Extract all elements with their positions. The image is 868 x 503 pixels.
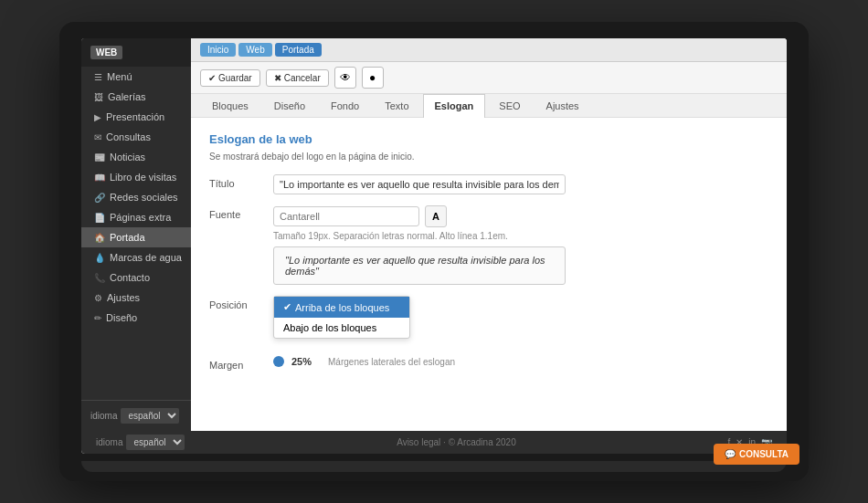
- section-title: Eslogan de la web: [209, 132, 768, 146]
- check-icon: ✔: [283, 301, 291, 313]
- breadcrumb: Inicio Web Portada: [200, 43, 322, 57]
- sidebar-icon-presentacion: ▶: [94, 112, 101, 122]
- sidebar-item-libro-visitas[interactable]: 📖 Libro de visitas: [81, 167, 191, 187]
- breadcrumb-inicio[interactable]: Inicio: [200, 43, 236, 57]
- sidebar-item-marcas-agua[interactable]: 💧 Marcas de agua: [81, 247, 191, 267]
- sidebar-item-consultas[interactable]: ✉ Consultas: [81, 127, 191, 147]
- sidebar-label-noticias: Noticias: [110, 152, 145, 162]
- sidebar-label-portada: Portada: [110, 232, 145, 243]
- sidebar-label-contacto: Contacto: [110, 272, 150, 283]
- posicion-field: ✔ Arriba de los bloques Abajo de los blo…: [273, 296, 768, 309]
- posicion-option-abajo[interactable]: Abajo de los bloques: [274, 318, 409, 338]
- sidebar-icon-ajustes: ⚙: [94, 293, 102, 303]
- sidebar: WEB ☰ Menú🖼 Galerías▶ Presentación✉ Cons…: [81, 38, 191, 431]
- margen-row: Margen 25% Márgenes laterales del esloga…: [209, 356, 768, 371]
- sidebar-label-presentacion: Presentación: [106, 111, 164, 122]
- footer-left: idioma español: [96, 435, 185, 450]
- sidebar-item-paginas-extra[interactable]: 📄 Páginas extra: [81, 207, 191, 227]
- font-input[interactable]: [273, 206, 419, 226]
- sidebar-label-libro-visitas: Libro de visitas: [110, 172, 176, 183]
- titulo-label: Título: [209, 174, 273, 189]
- sidebar-item-noticias[interactable]: 📰 Noticias: [81, 147, 191, 167]
- sidebar-icon-noticias: 📰: [94, 152, 105, 162]
- sidebar-icon-paginas-extra: 📄: [94, 213, 105, 223]
- tab-diseño[interactable]: Diseño: [262, 94, 317, 117]
- fuente-row: Fuente A Tamaño 19px. Separación letras …: [209, 205, 768, 285]
- sidebar-item-menu[interactable]: ☰ Menú: [81, 67, 191, 87]
- section-desc: Se mostrará debajo del logo en la página…: [209, 152, 768, 162]
- range-indicator: [273, 356, 284, 367]
- sidebar-item-portada[interactable]: 🏠 Portada: [81, 227, 191, 247]
- fuente-field: A Tamaño 19px. Separación letras normal.…: [273, 205, 768, 285]
- sidebar-lang-label: idioma: [90, 411, 117, 421]
- posicion-label: Posición: [209, 296, 273, 310]
- footer-legal: Aviso legal · © Arcadina 2020: [397, 437, 516, 447]
- footer-lang-label: idioma: [96, 437, 122, 447]
- footer-lang-select[interactable]: español: [126, 435, 185, 450]
- sidebar-label-diseno: Diseño: [106, 312, 137, 323]
- sidebar-item-presentacion[interactable]: ▶ Presentación: [81, 107, 191, 127]
- sidebar-icon-redes-sociales: 🔗: [94, 193, 105, 203]
- sidebar-label-redes-sociales: Redes sociales: [110, 192, 178, 203]
- tab-fondo[interactable]: Fondo: [319, 94, 371, 117]
- toolbar: ✔ Guardar ✖ Cancelar 👁 ●: [191, 62, 787, 94]
- sidebar-footer: idioma español: [81, 400, 191, 431]
- breadcrumb-web[interactable]: Web: [238, 43, 271, 57]
- chat-icon: 💬: [725, 449, 736, 459]
- tab-seo[interactable]: SEO: [487, 94, 532, 117]
- sidebar-logo: WEB: [90, 46, 122, 59]
- margen-hint: Márgenes laterales del eslogan: [328, 357, 455, 367]
- sidebar-icon-marcas-agua: 💧: [94, 253, 105, 263]
- sidebar-header: WEB: [81, 38, 191, 67]
- tab-eslogan[interactable]: Eslogan: [423, 94, 486, 118]
- sidebar-icon-menu: ☰: [94, 72, 102, 82]
- sidebar-label-menu: Menú: [107, 71, 132, 82]
- cancel-icon: ✖: [274, 73, 281, 83]
- sidebar-lang-select[interactable]: español: [121, 408, 179, 424]
- circle-icon-button[interactable]: ●: [362, 67, 384, 89]
- app-footer: idioma español Aviso legal · © Arcadina …: [81, 431, 787, 454]
- save-icon: ✔: [208, 73, 216, 83]
- breadcrumb-bar: Inicio Web Portada: [191, 38, 787, 62]
- sidebar-item-redes-sociales[interactable]: 🔗 Redes sociales: [81, 187, 191, 207]
- titulo-field: [273, 174, 768, 194]
- main-content: Inicio Web Portada ✔ Guardar ✖ Cancelar: [191, 38, 787, 431]
- sidebar-label-ajustes: Ajustes: [107, 292, 140, 303]
- sidebar-item-ajustes[interactable]: ⚙ Ajustes: [81, 288, 191, 308]
- posicion-option-arriba[interactable]: ✔ Arriba de los bloques: [274, 297, 409, 318]
- cancel-label: Cancelar: [284, 73, 321, 83]
- tab-texto[interactable]: Texto: [373, 94, 420, 117]
- font-row: A: [273, 205, 768, 227]
- sidebar-label-galerias: Galerías: [108, 91, 146, 102]
- sidebar-icon-galerias: 🖼: [94, 92, 103, 102]
- margen-label: Margen: [209, 356, 273, 371]
- cancel-button[interactable]: ✖ Cancelar: [266, 69, 329, 87]
- margen-field: 25% Márgenes laterales del eslogan: [273, 356, 768, 367]
- consult-label: CONSULTA: [739, 449, 789, 459]
- margen-value: 25%: [291, 356, 312, 367]
- sidebar-icon-libro-visitas: 📖: [94, 173, 105, 183]
- sidebar-label-paginas-extra: Páginas extra: [110, 212, 171, 223]
- preview-box: "Lo importante es ver aquello que result…: [273, 246, 566, 285]
- sidebar-icon-diseno: ✏: [94, 313, 101, 323]
- save-button[interactable]: ✔ Guardar: [200, 69, 260, 87]
- sidebar-item-contacto[interactable]: 📞 Contacto: [81, 267, 191, 288]
- content-area: Eslogan de la web Se mostrará debajo del…: [191, 118, 787, 431]
- tab-bloques[interactable]: Bloques: [200, 94, 260, 117]
- breadcrumb-portada[interactable]: Portada: [275, 43, 322, 57]
- titulo-row: Título: [209, 174, 768, 194]
- save-label: Guardar: [218, 73, 252, 83]
- eye-icon-button[interactable]: 👁: [334, 67, 356, 89]
- sidebar-item-diseno[interactable]: ✏ Diseño: [81, 308, 191, 328]
- sidebar-label-consultas: Consultas: [106, 131, 151, 142]
- sidebar-icon-consultas: ✉: [94, 132, 101, 142]
- sidebar-label-marcas-agua: Marcas de agua: [110, 252, 182, 263]
- font-a-button[interactable]: A: [425, 205, 447, 227]
- titulo-input[interactable]: [273, 174, 566, 194]
- tab-ajustes[interactable]: Ajustes: [535, 94, 591, 117]
- posicion-row: Posición ✔ Arriba de los bloques: [209, 296, 768, 310]
- posicion-menu: ✔ Arriba de los bloques Abajo de los blo…: [273, 296, 410, 339]
- sidebar-item-galerias[interactable]: 🖼 Galerías: [81, 87, 191, 107]
- margin-row: 25% Márgenes laterales del eslogan: [273, 356, 768, 367]
- consult-button[interactable]: 💬 CONSULTA: [714, 444, 799, 465]
